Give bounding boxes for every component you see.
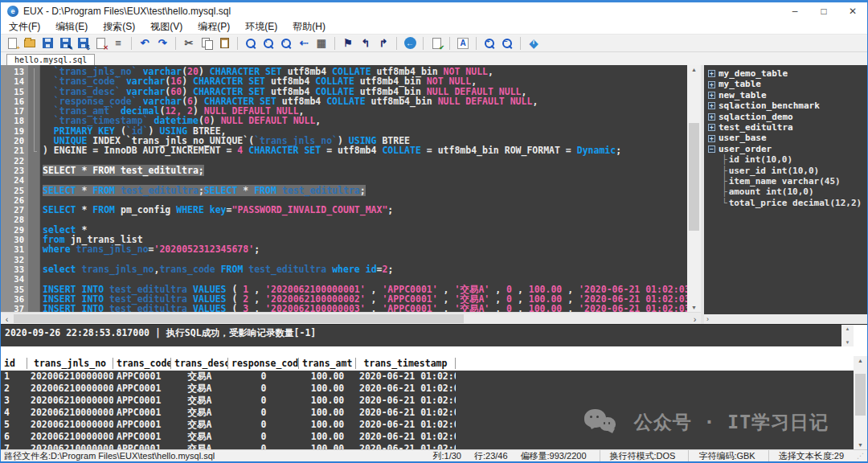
tree-column-user_id[interactable]: ├user_id int(10,0) [708, 166, 867, 176]
find-next-icon[interactable]: › [279, 36, 293, 51]
scroll-down-icon[interactable]: ▼ [687, 305, 701, 310]
fold-margin[interactable] [28, 65, 40, 312]
toolbar-separator [396, 37, 397, 50]
scroll-right-icon[interactable]: › [689, 313, 701, 325]
save-copy-icon[interactable]: ⇩ [76, 36, 90, 51]
tree-item-user_order[interactable]: −user_order [708, 144, 867, 154]
new-file-icon[interactable]: + [5, 36, 19, 51]
zoom-in-icon[interactable]: + [482, 36, 497, 51]
expand-icon[interactable]: + [708, 113, 715, 121]
find-previous-icon[interactable]: ‹ [261, 36, 276, 51]
menu-help[interactable]: 帮助(H) [293, 20, 326, 34]
resize-grip[interactable]: ⋰ [857, 452, 864, 460]
tree-column-total_price[interactable]: └total_price decimal(12,2) [708, 198, 867, 208]
window-title: EUX - D:\Program Files\EUX\test\hello.my… [23, 6, 231, 17]
expand-icon[interactable]: + [708, 124, 715, 131]
scrollbar-thumb[interactable] [689, 123, 699, 231]
back-icon[interactable]: ← [403, 36, 417, 51]
code-line-21[interactable]: ) ENGINE = InnoDB AUTO_INCREMENT = 4 CHA… [43, 145, 687, 155]
previous-bookmark-icon[interactable]: ↰ [358, 36, 373, 51]
cell: APPC0001 [113, 371, 171, 383]
undo-icon[interactable]: ↶ [137, 36, 152, 51]
table-row[interactable]: 32020062100000003APPC0001交易A0100.002020-… [1, 395, 867, 407]
tree-item-sqlaction_benchmark[interactable]: +sqlaction_benchmark [708, 100, 867, 111]
close-button[interactable]: ✕ [838, 2, 867, 20]
save-as-icon[interactable]: ✎ [58, 36, 72, 51]
tree-column-amount[interactable]: ├amount int(10,0) [708, 186, 867, 197]
menu-file[interactable]: 文件(F) [9, 20, 40, 34]
copy-icon[interactable] [199, 36, 214, 51]
results-scrollbar[interactable]: ▲ ▼ [854, 356, 867, 449]
scroll-down-icon[interactable]: ▼ [854, 442, 867, 448]
code-line-31[interactable]: where trans_jnls_no='2020052312345678'; [43, 244, 687, 254]
tree-column-id[interactable]: ├id int(10,0) [708, 154, 867, 165]
code-line-27[interactable]: SELECT * FROM pm_config WHERE key="PASSW… [43, 205, 687, 215]
bookmark-icon[interactable]: ⚑ [341, 36, 355, 51]
expand-icon[interactable]: + [708, 92, 715, 99]
find-icon[interactable] [244, 36, 258, 51]
console-scrollbar[interactable]: ▲▼ [841, 325, 854, 346]
column-header-id[interactable]: id [1, 358, 27, 369]
tree-item-test_editultra[interactable]: +test_editultra [708, 122, 867, 133]
about-icon[interactable]: ◆i [526, 36, 541, 51]
scrollbar-thumb[interactable] [14, 314, 464, 323]
expand-icon[interactable]: + [708, 81, 715, 88]
collapse-icon[interactable]: − [708, 145, 715, 153]
tree-item-user_base[interactable]: +user_base [708, 133, 867, 143]
table-row[interactable]: 72020062100000007APPC0001交易A0100.002020-… [1, 443, 867, 449]
table-row[interactable]: 22020062100000002APPC0001交易A0100.002020-… [1, 383, 867, 395]
column-header-trans_code[interactable]: trans_code [113, 358, 171, 369]
maximize-button[interactable]: □ [809, 2, 838, 20]
highlight-text-icon[interactable]: A [456, 36, 470, 51]
table-row[interactable]: 12020062100000001APPC0001交易A0100.002020-… [1, 371, 867, 383]
menu-view[interactable]: 视图(V) [150, 20, 182, 34]
tree-item-sqlaction_demo[interactable]: +sqlaction_demo [708, 112, 867, 122]
task-check-icon[interactable]: ✔ [429, 36, 444, 51]
incremental-search-icon[interactable]: ⇠ [297, 36, 311, 51]
scroll-up-icon[interactable]: ▲ [854, 358, 867, 363]
tree-horizontal-scrollbar[interactable]: › [704, 314, 867, 324]
save-icon[interactable] [40, 36, 55, 51]
code-line-37[interactable]: INSERT INTO test_editultra VALUES ( 3 , … [43, 304, 687, 312]
open-file-icon[interactable] [23, 36, 37, 51]
close-file-icon[interactable]: ✕ [93, 36, 108, 51]
scrollbar-thumb[interactable] [855, 374, 866, 416]
menu-edit[interactable]: 编辑(E) [55, 20, 88, 34]
column-header-trans_timestamp[interactable]: trans_timestamp [356, 358, 456, 369]
code-line-23[interactable]: SELECT * FROM test_editultra; [43, 166, 687, 175]
code-line-33[interactable]: select trans_jnls_no,trans_code FROM tes… [43, 264, 687, 274]
editor-vertical-scrollbar[interactable]: ▲ ▼ [687, 65, 701, 312]
next-bookmark-icon[interactable]: ↱ [376, 36, 391, 51]
code-area[interactable]: `trans_jnls_no` varchar(20) CHARACTER SE… [40, 65, 687, 312]
line-view-icon[interactable]: ≡ [111, 36, 125, 51]
editor-horizontal-scrollbar[interactable]: ‹ › [1, 312, 701, 324]
status-offset: 偏移量:993/2200 [521, 450, 587, 462]
tree-column-item_name[interactable]: ├item_name varchar(45) [708, 176, 867, 186]
expand-icon[interactable]: + [708, 135, 715, 142]
expand-icon[interactable]: + [708, 102, 715, 109]
column-header-trans_desc[interactable]: trans_desc [171, 358, 228, 369]
paste-icon[interactable] [217, 36, 231, 51]
tree-item-new_table[interactable]: +new_table [708, 90, 867, 100]
grid-view-icon[interactable]: ▦ [314, 36, 329, 51]
column-header-trans_amt[interactable]: trans_amt [299, 358, 356, 369]
code-line-28[interactable] [43, 215, 687, 224]
cell: 交易A [171, 371, 228, 383]
column-header-trans_jnls_no[interactable]: trans_jnls_no [27, 358, 113, 369]
cut-icon[interactable]: ✂ [182, 36, 196, 51]
watermark: 公众号 · IT学习日记 [584, 408, 829, 436]
minimize-button[interactable]: – [780, 2, 809, 20]
tree-item-my_table[interactable]: +my_table [708, 79, 867, 89]
zoom-out-icon[interactable]: − [500, 36, 514, 51]
tree-item-my_demo_table[interactable]: +my_demo_table [708, 68, 867, 79]
expand-icon[interactable]: + [708, 70, 715, 77]
scroll-left-icon[interactable]: ‹ [1, 313, 13, 325]
menu-search[interactable]: 搜索(S) [103, 20, 135, 34]
redo-icon[interactable]: ↷ [155, 36, 170, 51]
menu-program[interactable]: 编程(P) [198, 20, 230, 34]
scroll-up-icon[interactable]: ▲ [687, 67, 701, 72]
tab-hello-mysql-sql[interactable]: hello.mysql.sql [6, 54, 95, 65]
code-line-25[interactable]: SELECT * FROM test_editultra;SELECT * FR… [43, 186, 687, 195]
column-header-response_code[interactable]: response_code [228, 358, 299, 369]
menu-environment[interactable]: 环境(E) [245, 20, 277, 34]
